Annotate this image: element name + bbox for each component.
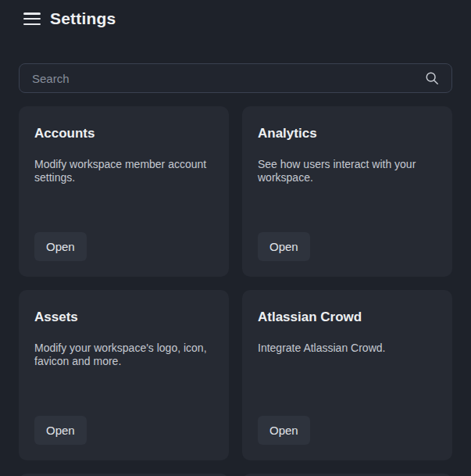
card-analytics: Analytics See how users interact with yo… (242, 106, 452, 277)
card-title: Accounts (34, 126, 213, 141)
menu-button[interactable] (23, 12, 41, 26)
card-atlassian-crowd: Atlassian Crowd Integrate Atlassian Crow… (242, 290, 452, 460)
search-bar (19, 63, 452, 93)
card-title: Atlassian Crowd (258, 310, 437, 325)
open-atlassian-crowd-button[interactable]: Open (258, 416, 310, 445)
page-title: Settings (50, 9, 116, 28)
open-accounts-button[interactable]: Open (34, 232, 87, 261)
open-analytics-button[interactable]: Open (258, 232, 310, 261)
card-title: Analytics (258, 126, 437, 141)
card-accounts: Accounts Modify workspace member account… (19, 106, 229, 277)
search-input[interactable] (19, 63, 452, 93)
settings-card-grid: Accounts Modify workspace member account… (19, 106, 452, 476)
open-assets-button[interactable]: Open (34, 416, 87, 445)
search-icon (425, 71, 439, 85)
card-assets: Assets Modify your workspace's logo, ico… (19, 290, 229, 460)
card-title: Assets (34, 310, 213, 325)
header: Settings (0, 0, 471, 38)
card-description: Integrate Atlassian Crowd. (258, 342, 437, 355)
card-description: See how users interact with your workspa… (258, 158, 437, 184)
card-description: Modify your workspace's logo, icon, favi… (34, 342, 213, 368)
card-description: Modify workspace member account settings… (34, 158, 213, 184)
